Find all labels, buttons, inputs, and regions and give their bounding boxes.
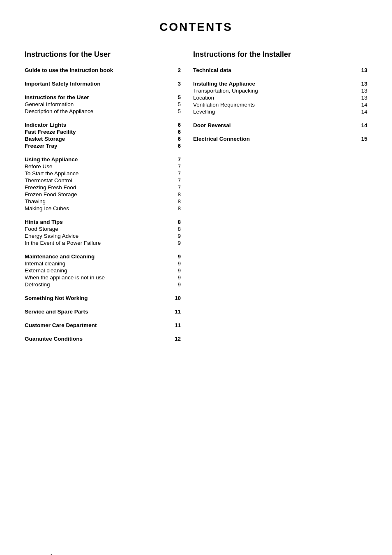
toc-row: Customer Care Department11 [25, 322, 181, 328]
toc-label: Basket Storage [25, 136, 173, 142]
toc-row: Important Safety Information3 [25, 81, 181, 87]
toc-row: Making Ice Cubes8 [25, 205, 181, 211]
toc-page: 8 [173, 226, 181, 232]
toc-page: 8 [173, 198, 181, 204]
toc-label: Door Reversal [193, 122, 359, 128]
toc-row: Frozen Food Storage8 [25, 191, 181, 197]
toc-page: 9 [173, 240, 181, 246]
toc-row: Ventilation Requirements14 [193, 102, 367, 108]
toc-label: Frozen Food Storage [25, 191, 173, 197]
toc-label: Something Not Working [25, 295, 173, 301]
toc-label: Thawing [25, 198, 173, 204]
toc-row: General Information5 [25, 101, 181, 107]
toc-group-group-service: Service and Spare Parts11 [25, 309, 181, 315]
toc-label: Making Ice Cubes [25, 205, 173, 211]
toc-row: To Start the Appliance7 [25, 170, 181, 176]
toc-row: Location13 [193, 95, 367, 101]
toc-group-group-guide: Guide to use the instruction book2 [25, 67, 181, 73]
toc-page: 9 [173, 233, 181, 239]
toc-row: Basket Storage6 [25, 136, 181, 142]
toc-page: 13 [359, 88, 367, 94]
toc-row: Description of the Appliance5 [25, 108, 181, 114]
toc-label: Freezing Fresh Food [25, 184, 173, 190]
toc-row: Using the Appliance7 [25, 156, 181, 163]
toc-page: 5 [173, 101, 181, 107]
toc-label: External cleaning [25, 267, 173, 274]
toc-row: Guide to use the instruction book2 [25, 67, 181, 73]
toc-page: 3 [173, 81, 181, 87]
toc-row: Maintenance and Cleaning9 [25, 253, 181, 260]
toc-page: 6 [173, 136, 181, 142]
toc-page: 11 [173, 309, 181, 315]
toc-page: 5 [173, 94, 181, 100]
toc-page: 7 [173, 163, 181, 170]
toc-page: 6 [173, 122, 181, 128]
toc-label: Ventilation Requirements [193, 102, 359, 108]
toc-row: Something Not Working10 [25, 295, 181, 301]
toc-page: 8 [173, 205, 181, 211]
toc-page: 9 [173, 274, 181, 281]
toc-row: Before Use7 [25, 163, 181, 170]
toc-group-group-indicator: Indicator Lights6Fast Freeze Facility6Ba… [25, 122, 181, 149]
toc-page: 2 [173, 67, 181, 73]
toc-page: 10 [173, 295, 181, 301]
toc-label: Guide to use the instruction book [25, 67, 173, 73]
toc-group-group-technical: Technical data13 [193, 67, 367, 73]
right-column-heading: Instructions for the Installer [193, 50, 367, 59]
toc-group-group-customer: Customer Care Department11 [25, 322, 181, 328]
toc-page: 13 [359, 81, 367, 87]
toc-row: Food Storage8 [25, 226, 181, 232]
toc-page: 7 [173, 156, 181, 163]
toc-label: Defrosting [25, 281, 173, 288]
toc-label: Freezer Tray [25, 143, 173, 149]
toc-page: 7 [173, 184, 181, 190]
toc-label: In the Event of a Power Failure [25, 240, 173, 246]
toc-label: Transportation, Unpacking [193, 88, 359, 94]
toc-row: Guarantee Conditions12 [25, 336, 181, 342]
toc-page: 9 [173, 281, 181, 288]
toc-group-group-using: Using the Appliance7Before Use7To Start … [25, 156, 181, 211]
toc-label: Installing the Appliance [193, 81, 359, 87]
toc-page: 13 [359, 95, 367, 101]
toc-label: Before Use [25, 163, 173, 170]
toc-group-group-installing: Installing the Appliance13Transportation… [193, 81, 367, 115]
toc-label: Description of the Appliance [25, 108, 173, 114]
toc-page: 8 [173, 219, 181, 225]
toc-row: Instructions for the User5 [25, 94, 181, 100]
toc-label: Customer Care Department [25, 322, 173, 328]
toc-label: Guarantee Conditions [25, 336, 173, 342]
toc-row: Thawing8 [25, 198, 181, 204]
toc-row: Electrical Connection15 [193, 136, 367, 142]
toc-label: When the appliance is not in use [25, 274, 173, 281]
page-number: 4 [49, 553, 52, 555]
toc-label: To Start the Appliance [25, 170, 173, 176]
toc-label: Internal cleaning [25, 260, 173, 267]
toc-row: Internal cleaning9 [25, 260, 181, 267]
toc-row: Defrosting9 [25, 281, 181, 288]
toc-page: 9 [173, 260, 181, 267]
toc-group-group-electrical: Electrical Connection15 [193, 136, 367, 142]
toc-group-group-guarantee: Guarantee Conditions12 [25, 336, 181, 342]
toc-group-group-hints: Hints and Tips8Food Storage8Energy Savin… [25, 219, 181, 246]
toc-group-group-notworking: Something Not Working10 [25, 295, 181, 301]
toc-group-group-door: Door Reversal14 [193, 122, 367, 128]
toc-page: 8 [173, 191, 181, 197]
toc-label: Indicator Lights [25, 122, 173, 128]
toc-label: Important Safety Information [25, 81, 173, 87]
toc-row: Service and Spare Parts11 [25, 309, 181, 315]
toc-page: 14 [359, 102, 367, 108]
toc-page: 6 [173, 129, 181, 135]
toc-row: Hints and Tips8 [25, 219, 181, 225]
toc-row: When the appliance is not in use9 [25, 274, 181, 281]
toc-row: Energy Saving Advice9 [25, 233, 181, 239]
toc-page: 14 [359, 109, 367, 115]
toc-page: 5 [173, 108, 181, 114]
toc-row: Levelling14 [193, 109, 367, 115]
toc-label: Energy Saving Advice [25, 233, 173, 239]
toc-row: Door Reversal14 [193, 122, 367, 128]
toc-label: Thermostat Control [25, 177, 173, 183]
toc-group-group-maintenance: Maintenance and Cleaning9Internal cleani… [25, 253, 181, 288]
toc-page: 9 [173, 267, 181, 274]
toc-page: 15 [359, 136, 367, 142]
toc-label: Location [193, 95, 359, 101]
